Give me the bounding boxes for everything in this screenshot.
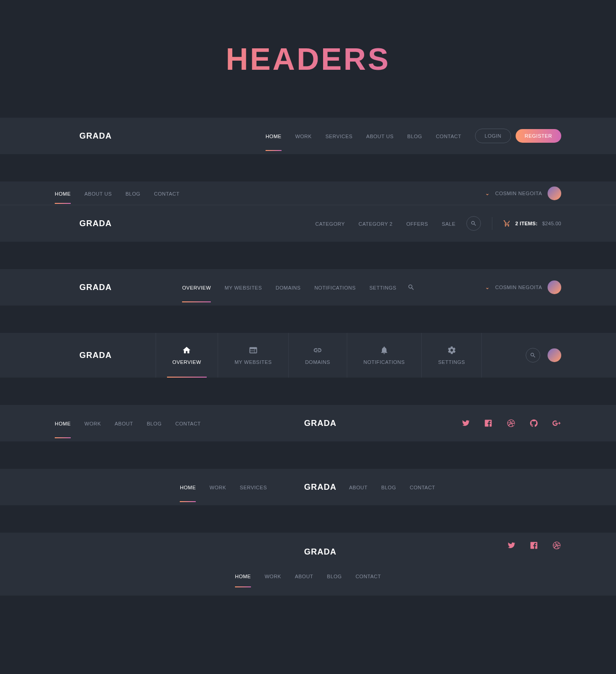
- nav-blog[interactable]: BLOG: [147, 408, 162, 438]
- search-icon[interactable]: [407, 284, 415, 291]
- nav-domains[interactable]: DOMAINS: [276, 272, 301, 302]
- cart-amount: $245.00: [542, 221, 561, 226]
- header-5: HOME WORK ABOUT BLOG CONTACT GRADA: [0, 405, 616, 441]
- search-button[interactable]: [526, 348, 540, 363]
- facebook-icon: [484, 419, 493, 428]
- nav-home[interactable]: HOME: [266, 121, 282, 151]
- logo-icon: [55, 346, 73, 364]
- nav-services[interactable]: SERVICES: [240, 472, 267, 502]
- logo-icon: [280, 543, 298, 561]
- bell-icon: [380, 346, 389, 355]
- twitter-link[interactable]: [461, 419, 470, 428]
- brand-logo[interactable]: GRADA: [55, 278, 112, 296]
- brand-logo[interactable]: GRADA: [55, 346, 112, 364]
- avatar[interactable]: [548, 348, 561, 362]
- dribbble-link[interactable]: [552, 541, 561, 550]
- nav-my-websites[interactable]: MY WEBSITES: [224, 272, 262, 302]
- user-name: COSMIN NEGOITA: [495, 285, 542, 290]
- google-plus-link[interactable]: [552, 419, 561, 428]
- social-links: [461, 419, 561, 428]
- nav-overview[interactable]: OVERVIEW: [156, 333, 218, 378]
- user-menu[interactable]: ⌄ COSMIN NEGOITA: [485, 187, 561, 200]
- nav-contact[interactable]: CONTACT: [175, 408, 201, 438]
- login-button[interactable]: LOGIN: [475, 129, 511, 143]
- gear-icon: [447, 346, 456, 355]
- main-nav: HOME WORK ABOUT BLOG CONTACT: [55, 408, 201, 438]
- nav-domains[interactable]: DOMAINS: [288, 333, 347, 378]
- nav-offers[interactable]: OFFERS: [407, 208, 428, 238]
- nav-blog[interactable]: BLOG: [327, 571, 342, 587]
- facebook-link[interactable]: [484, 419, 493, 428]
- avatar: [548, 187, 561, 200]
- cart-items-count: 2 ITEMS:: [515, 221, 538, 226]
- user-name: COSMIN NEGOITA: [495, 191, 542, 196]
- nav-contact[interactable]: CONTACT: [410, 472, 435, 502]
- nav-home[interactable]: HOME: [55, 408, 71, 438]
- search-icon: [530, 352, 536, 358]
- nav-my-websites[interactable]: MY WEBSITES: [218, 333, 288, 378]
- twitter-icon: [506, 541, 516, 550]
- nav-work[interactable]: WORK: [84, 408, 101, 438]
- nav-settings[interactable]: SETTINGS: [370, 272, 397, 302]
- left-nav: HOME WORK SERVICES: [180, 472, 267, 502]
- nav-notifications[interactable]: NOTIFICATIONS: [314, 272, 356, 302]
- nav-home[interactable]: HOME: [180, 472, 196, 502]
- header-2-top: HOME ABOUT US BLOG CONTACT ⌄ COSMIN NEGO…: [0, 181, 616, 205]
- social-links: [506, 541, 561, 550]
- twitter-link[interactable]: [506, 541, 516, 550]
- nav-about[interactable]: ABOUT: [295, 571, 313, 587]
- nav-about[interactable]: ABOUT US: [366, 121, 394, 151]
- nav-label: NOTIFICATIONS: [364, 359, 405, 365]
- web-icon: [249, 346, 258, 355]
- nav-sale[interactable]: SALE: [442, 208, 455, 238]
- user-menu[interactable]: ⌄ COSMIN NEGOITA: [485, 280, 561, 294]
- nav-blog[interactable]: BLOG: [381, 472, 396, 502]
- dashboard-nav: OVERVIEW MY WEBSITES DOMAINS NOTIFICATIO…: [182, 272, 396, 302]
- nav-about[interactable]: ABOUT US: [84, 183, 112, 204]
- google-plus-icon: [552, 419, 561, 428]
- nav-category-2[interactable]: CATEGORY 2: [359, 208, 393, 238]
- nav-about[interactable]: ABOUT: [115, 408, 133, 438]
- nav-contact[interactable]: CONTACT: [436, 121, 461, 151]
- home-icon: [182, 346, 191, 355]
- brand-logo[interactable]: GRADA: [280, 478, 337, 496]
- header-1: GRADA HOME WORK SERVICES ABOUT US BLOG C…: [0, 118, 616, 154]
- nav-notifications[interactable]: NOTIFICATIONS: [347, 333, 422, 378]
- nav-about[interactable]: ABOUT: [349, 472, 367, 502]
- facebook-link[interactable]: [529, 541, 538, 550]
- logo-icon: [280, 414, 298, 432]
- nav-home[interactable]: HOME: [55, 183, 71, 204]
- github-link[interactable]: [529, 419, 538, 428]
- dribbble-icon: [506, 419, 516, 428]
- nav-overview[interactable]: OVERVIEW: [182, 272, 211, 302]
- github-icon: [529, 419, 538, 428]
- nav-work[interactable]: WORK: [265, 571, 281, 587]
- dribbble-link[interactable]: [506, 419, 516, 428]
- nav-contact[interactable]: CONTACT: [154, 183, 180, 204]
- chevron-down-icon: ⌄: [485, 190, 490, 197]
- nav-category[interactable]: CATEGORY: [315, 208, 345, 238]
- twitter-icon: [461, 419, 470, 428]
- nav-label: DOMAINS: [305, 359, 330, 365]
- nav-blog[interactable]: BLOG: [407, 121, 423, 151]
- nav-label: MY WEBSITES: [235, 359, 272, 365]
- cart-summary[interactable]: 2 ITEMS: $245.00: [503, 220, 561, 227]
- nav-work[interactable]: WORK: [209, 472, 226, 502]
- nav-services[interactable]: SERVICES: [325, 121, 352, 151]
- brand-logo[interactable]: GRADA: [280, 543, 337, 561]
- main-nav: HOME WORK SERVICES ABOUT US BLOG CONTACT: [266, 121, 461, 151]
- search-button[interactable]: [466, 216, 481, 231]
- avatar: [548, 280, 561, 294]
- register-button[interactable]: REGISTER: [516, 129, 561, 143]
- main-nav: HOME WORK ABOUT BLOG CONTACT: [235, 571, 381, 587]
- brand-logo[interactable]: GRADA: [55, 214, 112, 233]
- nav-blog[interactable]: BLOG: [125, 183, 141, 204]
- brand-logo[interactable]: GRADA: [280, 414, 337, 432]
- header-6: HOME WORK SERVICES GRADA ABOUT BLOG CONT…: [0, 469, 616, 505]
- nav-contact[interactable]: CONTACT: [355, 571, 381, 587]
- nav-home[interactable]: HOME: [235, 571, 251, 587]
- brand-logo[interactable]: GRADA: [55, 127, 112, 145]
- logo-icon: [55, 278, 73, 296]
- nav-settings[interactable]: SETTINGS: [421, 333, 482, 378]
- nav-work[interactable]: WORK: [295, 121, 312, 151]
